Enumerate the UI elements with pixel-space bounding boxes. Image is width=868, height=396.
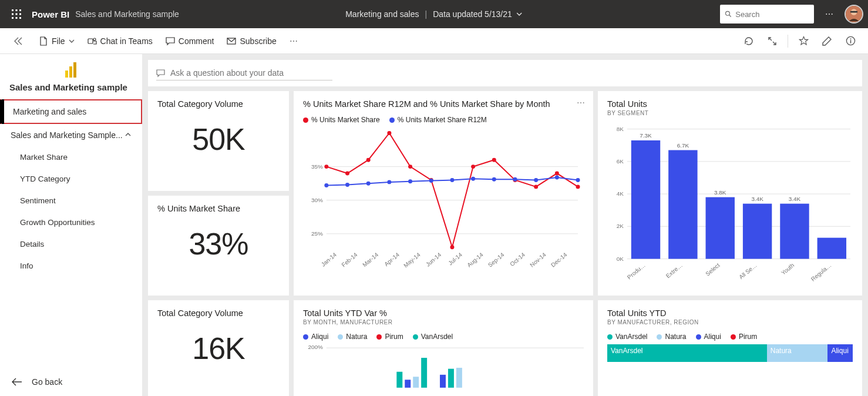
- collapse-nav-icon[interactable]: [7, 37, 31, 45]
- svg-rect-96: [396, 372, 402, 388]
- qna-input[interactable]: [156, 66, 332, 80]
- chat-icon: [156, 69, 166, 80]
- svg-point-31: [366, 158, 371, 162]
- legend: % Units Market Share % Units Market Shar…: [303, 116, 584, 124]
- file-icon: [39, 36, 48, 46]
- refresh-icon[interactable]: [738, 31, 759, 52]
- subscribe-label: Subscribe: [240, 36, 276, 46]
- sidebar-page-item[interactable]: Growth Opportunities: [0, 212, 142, 233]
- dashboard-title: Marketing and sales: [345, 9, 419, 19]
- svg-point-32: [387, 131, 391, 135]
- chevron-up-icon: [125, 130, 132, 140]
- comment-button[interactable]: Comment: [161, 33, 219, 49]
- bar-chart: 0K2K4K6K8K7.3KProdu…6.7KExtre…3.8KSelect…: [607, 116, 853, 293]
- file-menu[interactable]: File: [34, 33, 79, 49]
- sidebar-page-item[interactable]: Info: [0, 255, 142, 277]
- tile-units-market-share[interactable]: % Units Market Share 33%: [148, 196, 289, 296]
- svg-point-54: [576, 178, 580, 182]
- comment-icon: [166, 36, 175, 46]
- sidebar-item-dashboard[interactable]: Marketing and sales: [0, 99, 142, 124]
- svg-text:Regula…: Regula…: [810, 262, 833, 283]
- svg-rect-100: [440, 375, 446, 388]
- svg-text:8K: 8K: [617, 126, 624, 132]
- svg-point-41: [576, 184, 580, 189]
- search-field[interactable]: [735, 10, 809, 19]
- legend: Aliqui Natura Pirum VanArsdel: [303, 333, 584, 341]
- kpi-value: 16K: [157, 331, 280, 366]
- data-updated-label: Data updated 5/13/21: [433, 9, 512, 19]
- svg-rect-92: [817, 238, 846, 259]
- svg-rect-99: [421, 358, 427, 388]
- svg-text:Feb-14: Feb-14: [340, 251, 359, 268]
- fullscreen-icon[interactable]: [762, 31, 783, 52]
- search-input[interactable]: [720, 5, 814, 24]
- tile-total-category-volume-2[interactable]: Total Category Volume 16K: [148, 300, 289, 396]
- sidebar-item-dataset[interactable]: Sales and Marketing Sample...: [0, 124, 142, 146]
- svg-point-45: [387, 180, 391, 184]
- toolbar: File Chat in Teams Comment Subscribe ⋯: [0, 28, 868, 54]
- svg-rect-1: [16, 9, 18, 11]
- kpi-value: 33%: [157, 226, 280, 261]
- svg-rect-98: [413, 377, 419, 388]
- tile-market-share-line[interactable]: ⋯ % Units Market Share R12M and % Units …: [294, 91, 593, 296]
- svg-point-15: [93, 38, 96, 41]
- svg-point-44: [366, 182, 371, 186]
- svg-rect-21: [69, 66, 72, 78]
- svg-rect-86: [743, 204, 772, 259]
- tile-ytd-treemap[interactable]: Total Units YTD BY MANUFACTURER, REGION …: [598, 300, 862, 396]
- treemap: VanArsdelNaturaAliqui: [607, 344, 853, 362]
- tile-total-category-volume-1[interactable]: Total Category Volume 50K: [148, 91, 289, 191]
- svg-text:30%: 30%: [311, 197, 323, 203]
- info-icon[interactable]: [840, 31, 861, 52]
- powerbi-logo-icon: [0, 58, 142, 79]
- svg-point-51: [513, 177, 517, 182]
- svg-text:2K: 2K: [617, 223, 624, 229]
- svg-point-53: [555, 175, 559, 179]
- svg-text:6K: 6K: [617, 158, 624, 165]
- chat-teams-button[interactable]: Chat in Teams: [83, 33, 157, 49]
- svg-text:35%: 35%: [311, 163, 323, 170]
- sidebar-page-item[interactable]: Sentiment: [0, 190, 142, 212]
- svg-point-33: [408, 165, 412, 169]
- favorite-icon[interactable]: [793, 31, 814, 52]
- svg-point-46: [408, 179, 412, 183]
- chevron-down-icon: [69, 38, 75, 44]
- svg-text:4K: 4K: [617, 190, 624, 197]
- header-center[interactable]: Marketing and sales | Data updated 5/13/…: [345, 9, 523, 19]
- avatar[interactable]: [845, 5, 863, 24]
- svg-rect-7: [16, 17, 18, 19]
- edit-icon[interactable]: [816, 31, 837, 52]
- tile-more-icon[interactable]: ⋯: [577, 98, 586, 108]
- svg-rect-8: [19, 17, 21, 19]
- go-back-button[interactable]: Go back: [0, 368, 142, 396]
- svg-text:Apr-14: Apr-14: [383, 251, 401, 267]
- chevron-down-icon[interactable]: [516, 11, 523, 18]
- svg-text:All Se…: All Se…: [738, 262, 758, 281]
- app-launcher-icon[interactable]: [5, 2, 28, 26]
- svg-rect-80: [668, 150, 697, 259]
- subscribe-button[interactable]: Subscribe: [222, 33, 281, 49]
- suite-more-icon[interactable]: ⋯: [820, 5, 839, 24]
- toolbar-more-icon[interactable]: ⋯: [285, 33, 302, 49]
- dashboard-canvas: Total Category Volume 50K ⋯ % Units Mark…: [142, 54, 868, 396]
- sidebar-page-item[interactable]: Details: [0, 233, 142, 255]
- line-chart: 25%30%35%Jan-14Feb-14Mar-14Apr-14May-14J…: [303, 124, 584, 283]
- svg-point-43: [345, 183, 349, 187]
- workspace-name: Sales and Marketing sample: [75, 9, 179, 19]
- tile-total-units-bar[interactable]: Total Units BY SEGMENT 0K2K4K6K8K7.3KPro…: [598, 91, 862, 296]
- svg-point-36: [471, 165, 475, 169]
- svg-point-42: [324, 183, 328, 187]
- svg-rect-77: [631, 140, 660, 259]
- teams-icon: [88, 36, 97, 46]
- svg-text:3.8K: 3.8K: [714, 189, 726, 196]
- treemap-segment[interactable]: Natura: [767, 344, 828, 362]
- treemap-segment[interactable]: VanArsdel: [607, 344, 767, 362]
- sidebar-page-item[interactable]: YTD Category: [0, 168, 142, 190]
- tile-ytd-var[interactable]: Total Units YTD Var % BY MONTH, MANUFACT…: [294, 300, 593, 396]
- sidebar-page-item[interactable]: Market Share: [0, 146, 142, 168]
- svg-point-49: [471, 177, 475, 181]
- treemap-segment[interactable]: Aliqui: [827, 344, 853, 362]
- svg-rect-6: [12, 17, 14, 19]
- svg-text:0K: 0K: [617, 256, 624, 262]
- brand-label[interactable]: Power BI: [32, 9, 69, 19]
